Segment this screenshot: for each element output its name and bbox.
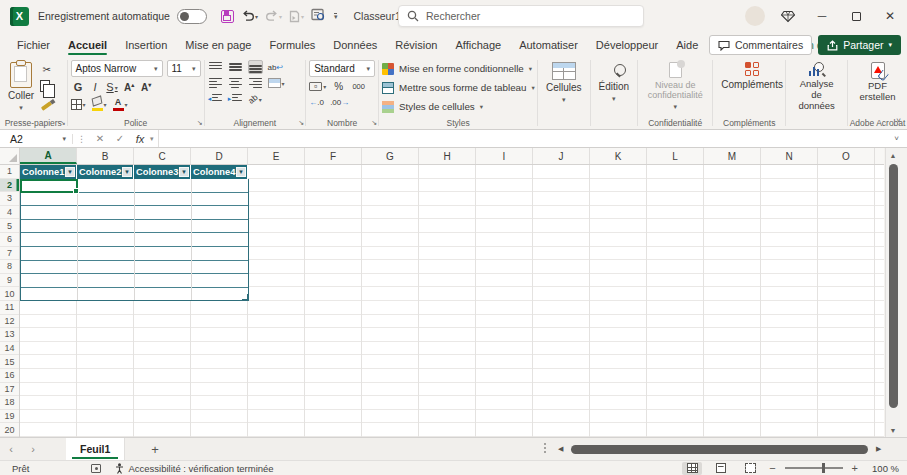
thousands-format-button[interactable]: 000: [351, 79, 366, 93]
previous-sheet-button[interactable]: ‹: [0, 443, 22, 455]
column-header-E[interactable]: E: [248, 148, 305, 164]
column-header-L[interactable]: L: [647, 148, 704, 164]
formula-input[interactable]: [158, 130, 887, 147]
page-break-view-button[interactable]: [740, 462, 760, 475]
cell-styles-button[interactable]: Styles de cellules▾: [382, 98, 535, 115]
align-right-button[interactable]: [248, 76, 263, 90]
row-header-3[interactable]: 3: [0, 192, 19, 206]
wrap-text-button[interactable]: ab↩: [268, 60, 284, 74]
customize-toolbar-icon[interactable]: ▾: [334, 13, 338, 20]
table-body[interactable]: [20, 179, 249, 301]
row-header-5[interactable]: 5: [0, 219, 19, 233]
zoom-level[interactable]: 100 %: [867, 463, 899, 474]
column-header-J[interactable]: J: [533, 148, 590, 164]
collapse-ribbon-icon[interactable]: ˅: [896, 116, 901, 125]
row-header-6[interactable]: 6: [0, 233, 19, 247]
merge-center-button[interactable]: ▾: [268, 76, 285, 90]
filter-button-colonne3[interactable]: ▼: [179, 167, 189, 177]
row-header-15[interactable]: 15: [0, 355, 19, 369]
sensitivity-button[interactable]: Niveau de confidentialité ▾: [641, 60, 709, 113]
select-all-corner[interactable]: [0, 148, 20, 164]
tab-fichier[interactable]: Fichier: [8, 32, 59, 57]
restore-button[interactable]: [839, 0, 873, 32]
macro-record-icon[interactable]: [91, 464, 101, 473]
decrease-indent-button[interactable]: ◂: [208, 92, 223, 106]
normal-view-button[interactable]: [682, 462, 702, 475]
column-header-I[interactable]: I: [476, 148, 533, 164]
align-bottom-button[interactable]: [248, 60, 263, 74]
close-button[interactable]: ✕: [873, 0, 907, 32]
create-pdf-button[interactable]: PDF erstellen: [851, 60, 904, 105]
format-as-table-button[interactable]: Mettre sous forme de tableau▾: [382, 79, 535, 96]
cells-button[interactable]: Cellules ▾: [541, 60, 587, 106]
conditional-formatting-button[interactable]: Mise en forme conditionnelle▾: [382, 60, 535, 77]
percent-format-button[interactable]: %: [331, 79, 346, 93]
format-painter-button[interactable]: [39, 96, 54, 110]
align-center-button[interactable]: [228, 76, 243, 90]
zoom-in-button[interactable]: +: [852, 462, 858, 474]
vertical-scrollbar[interactable]: ▲ ▼: [885, 148, 900, 437]
number-dialog-launcher[interactable]: ↘: [371, 119, 377, 127]
tab-d-veloppeur[interactable]: Développeur: [587, 32, 667, 57]
increase-font-button[interactable]: A▴: [122, 80, 137, 94]
scrollbar-grip[interactable]: [544, 443, 546, 453]
row-header-12[interactable]: 12: [0, 315, 19, 329]
column-header-F[interactable]: F: [305, 148, 362, 164]
number-format-select[interactable]: Standard▾: [309, 60, 375, 77]
horizontal-scroll-thumb[interactable]: [571, 445, 868, 454]
row-header-9[interactable]: 9: [0, 274, 19, 288]
comments-button[interactable]: Commentaires: [709, 35, 812, 55]
tab-affichage[interactable]: Affichage: [446, 32, 510, 57]
clipboard-dialog-launcher[interactable]: ↘: [60, 119, 66, 127]
save-icon[interactable]: [221, 10, 234, 23]
zoom-slider[interactable]: [785, 467, 843, 469]
filter-button-colonne4[interactable]: ▼: [236, 167, 246, 177]
signature-request-icon[interactable]: [311, 7, 325, 25]
align-left-button[interactable]: [208, 76, 223, 90]
alignment-dialog-launcher[interactable]: ↘: [298, 119, 304, 127]
row-header-8[interactable]: 8: [0, 260, 19, 274]
selected-cell-A2[interactable]: [20, 179, 78, 194]
excel-logo-icon[interactable]: X: [10, 7, 29, 26]
column-header-N[interactable]: N: [761, 148, 818, 164]
bold-button[interactable]: G: [71, 80, 86, 94]
tab-aide[interactable]: Aide: [667, 32, 707, 57]
search-box[interactable]: Rechercher: [398, 5, 644, 27]
avatar[interactable]: [745, 6, 765, 26]
analyze-data-button[interactable]: Analyse de données: [789, 60, 844, 114]
filter-button-colonne1[interactable]: ▼: [65, 167, 75, 177]
minimize-button[interactable]: ─: [805, 0, 839, 32]
add-sheet-button[interactable]: +: [151, 442, 159, 457]
align-middle-button[interactable]: [228, 60, 243, 74]
tab-mise-en-page[interactable]: Mise en page: [176, 32, 260, 57]
orientation-button[interactable]: ab▾: [248, 92, 263, 106]
increase-decimal-button[interactable]: ←.0: [309, 95, 324, 109]
column-header-M[interactable]: M: [704, 148, 761, 164]
row-header-20[interactable]: 20: [0, 423, 19, 437]
column-header-G[interactable]: G: [362, 148, 419, 164]
row-header-4[interactable]: 4: [0, 206, 19, 220]
filter-button-colonne2[interactable]: ▼: [122, 167, 132, 177]
zoom-slider-handle[interactable]: [822, 463, 825, 473]
tab-donn-es[interactable]: Données: [324, 32, 386, 57]
tab-insertion[interactable]: Insertion: [116, 32, 176, 57]
name-box[interactable]: A2 ▾: [0, 130, 72, 147]
scroll-right-icon[interactable]: ▶: [876, 445, 881, 453]
row-header-7[interactable]: 7: [0, 247, 19, 261]
column-header-H[interactable]: H: [419, 148, 476, 164]
scroll-up-icon[interactable]: ▲: [890, 148, 897, 162]
editing-button[interactable]: Édition ▾: [594, 60, 635, 105]
borders-button[interactable]: ▾: [71, 97, 86, 111]
row-header-11[interactable]: 11: [0, 301, 19, 315]
cells-area[interactable]: Colonne1▼Colonne2▼Colonne3▼Colonne4▼: [20, 165, 884, 437]
row-header-17[interactable]: 17: [0, 383, 19, 397]
scroll-down-icon[interactable]: ▼: [890, 423, 897, 437]
align-top-button[interactable]: [208, 60, 223, 74]
undo-button[interactable]: ▾: [241, 10, 258, 22]
row-header-18[interactable]: 18: [0, 396, 19, 410]
paste-button[interactable]: Coller ▾: [3, 60, 39, 114]
tab-formules[interactable]: Formules: [260, 32, 324, 57]
insert-function-button[interactable]: fx: [130, 133, 150, 145]
cut-button[interactable]: ✂: [39, 62, 54, 76]
accessibility-status[interactable]: Accessibilité : vérification terminée: [115, 463, 273, 474]
